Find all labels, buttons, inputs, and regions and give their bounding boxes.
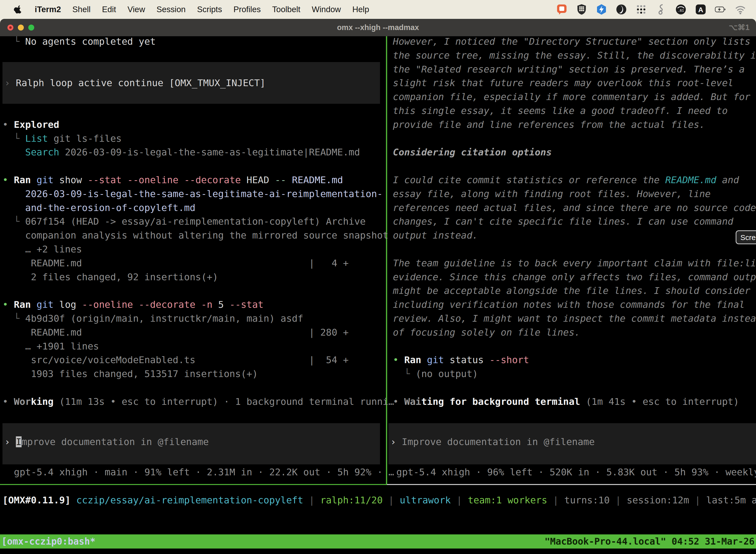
right-pane-line: output instead. [393,228,478,242]
menu-bar: iTerm2ShellEditViewSessionScriptsProfile… [0,0,756,19]
left-pane-line: • Ran git show --stat --oneline --decora… [2,173,343,187]
menu-item-scripts[interactable]: Scripts [197,5,222,14]
svg-text:A: A [698,6,703,14]
right-pane-line: Considering citation options [393,145,552,159]
menu-item-toolbelt[interactable]: Toolbelt [272,5,300,14]
svg-text:..61: ..61 [678,8,684,12]
left-pane-line: and-the-erosion-of-copyleft.md [2,201,195,215]
right-pane-line: • Ran git status --short [393,353,529,367]
hook-icon[interactable] [655,4,667,15]
menu-item-session[interactable]: Session [156,5,186,14]
right-pane-line: └ (no output) [393,367,478,381]
right-pane-line: references need actual files, and since … [393,201,756,215]
left-pane-line: README.md | 4 + [2,256,349,270]
right-model-status-line: gpt-5.4 xhigh · 96% left · 520K in · 5.8… [396,465,756,479]
right-pane-line: However, I noticed the "Directory Struct… [393,36,750,48]
menu-status-icons: ..61A [556,4,746,15]
window-title: omx --xhigh --madmax [0,19,756,36]
right-pane-line: this single essay, it seems like a good … [393,104,728,118]
battery-icon[interactable] [715,4,726,15]
right-pane-line: might be acceptable alongside the file l… [393,284,750,297]
terminal-content: └ No agents completed yet• Explored └ Li… [0,36,756,554]
right-pane-line: provide file and line references from th… [393,118,705,131]
right-pane-line: review. Also, I might want to inspect th… [393,312,756,325]
right-pane-line: I could cite commit statistics or refere… [393,173,739,187]
left-pane-line: … +2 lines [2,242,82,256]
menu-item-edit[interactable]: Edit [102,5,116,14]
left-pane-line: companion analysis without altering the … [2,228,388,242]
dots-grid-icon[interactable] [635,4,647,15]
left-pane-line: • Working (11m 13s • esc to interrupt) ·… [2,395,394,408]
screen: iTerm2ShellEditViewSessionScriptsProfile… [0,0,756,554]
left-pane-line: README.md | 280 + [2,325,349,339]
screen-share-tooltip: Scre [736,230,756,244]
left-pane-line: … +1901 lines [2,339,99,353]
left-pane-line: 2 files changed, 92 insertions(+) [2,270,218,284]
window-titlebar[interactable]: omx --xhigh --madmax ⌥⌘1 [0,19,756,36]
right-pane-line: including verification notes with those … [393,297,745,312]
tmux-host-clock: "MacBook-Pro-44.local" 04:52 31-Mar-26 [545,535,756,549]
left-pane-line: 2026-03-09-is-legal-the-same-as-legitima… [2,187,383,201]
chat-app-icon[interactable] [556,4,567,15]
dark-crescent-icon[interactable] [616,4,627,15]
tmux-session-label[interactable]: [omx-cczip0:bash* [0,535,96,549]
left-pane-line: └ 067f154 (HEAD -> essay/ai-reimplementa… [2,214,366,228]
menu-item-help[interactable]: Help [352,5,369,14]
menu-item-shell[interactable]: Shell [72,5,90,14]
left-model-status-line: gpt-5.4 xhigh · main · 91% left · 2.31M … [14,465,394,479]
hexagon-bolt-icon[interactable] [596,4,607,15]
left-pane-line: Search 2026-03-09-is-legal-the-same-as-l… [2,145,360,159]
left-pane-line: └ 4b9d30f (origin/main, instructkr/main,… [2,312,303,325]
letter-a-icon[interactable]: A [695,4,706,15]
omx-status-line: [OMX#0.11.9] cczip/essay/ai-reimplementa… [2,493,756,507]
shield-grid-icon[interactable] [576,4,587,15]
right-pane-line: changes, I can't cite specific file line… [393,214,734,228]
left-pane-line: └ No agents completed yet [2,36,156,48]
right-pane-line: the "Related research writing" section i… [393,62,745,76]
right-pane-line: of focusing solely on file lines. [393,325,580,339]
right-input-line: › Improve documentation in @filename [390,435,595,449]
left-pane-line: └ List git ls-files [2,131,122,146]
menu-item-iterm2[interactable]: iTerm2 [35,5,61,14]
badge-61-icon[interactable]: ..61 [675,4,687,15]
inactive-pane-border [387,484,756,485]
right-pane-line: evidence. Since this change only affects… [393,270,756,284]
tmux-status-bar: [omx-cczip0:bash* "MacBook-Pro-44.local"… [0,535,756,549]
right-pane-line: the source tree, missing the essay. Stil… [393,48,756,62]
left-pane-line: • Ran git log --oneline --decorate -n 5 … [2,297,263,312]
left-pane-line: • Explored [2,118,59,131]
active-pane-border [0,484,387,485]
menu-item-view[interactable]: View [127,5,145,14]
window-shortcut-badge: ⌥⌘1 [729,19,750,36]
wifi-icon[interactable] [735,4,746,15]
right-pane-line: slight risk that future readers may over… [393,76,734,90]
pane-divider[interactable] [386,36,387,485]
left-pane-line: src/voice/voiceModeEnabled.ts | 54 + [2,353,349,367]
menu-items: iTerm2ShellEditViewSessionScriptsProfile… [35,5,369,14]
apple-menu-icon[interactable] [14,4,24,15]
right-pane-line: companion file, especially if more comme… [393,90,750,104]
menu-item-window[interactable]: Window [312,5,341,14]
ralph-inject-line: › Ralph loop active continue [OMX_TMUX_I… [4,76,265,90]
right-pane-line: essay file, along with finding root file… [393,187,711,201]
left-pane-line: 1903 files changed, 513517 insertions(+) [2,367,258,381]
right-pane-line: • Waiting for background terminal (1m 41… [393,395,739,408]
right-pane-line: The team guideline is to back every impo… [393,256,756,270]
menu-item-profiles[interactable]: Profiles [233,5,261,14]
left-input-line: › Improve documentation in @filename [4,435,209,449]
